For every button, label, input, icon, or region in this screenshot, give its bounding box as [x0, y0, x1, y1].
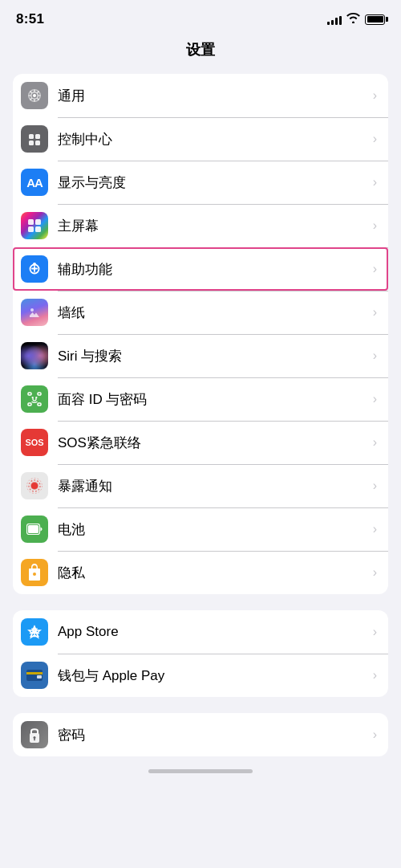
- control-center-chevron: ›: [373, 132, 377, 146]
- home-screen-icon: [21, 212, 48, 239]
- settings-item-general[interactable]: 通用 ›: [13, 74, 388, 117]
- svg-rect-8: [35, 226, 41, 232]
- accessibility-label: 辅助功能: [58, 260, 367, 279]
- privacy-icon: [21, 559, 48, 586]
- settings-content: 通用 › 控制中心 › AA 显示与亮度 ›: [0, 71, 401, 756]
- svg-rect-15: [38, 393, 41, 395]
- exposure-chevron: ›: [373, 479, 377, 493]
- general-icon: [21, 82, 48, 109]
- battery-chevron: ›: [373, 522, 377, 536]
- siri-label: Siri 与搜索: [58, 347, 367, 365]
- faceid-chevron: ›: [373, 392, 377, 406]
- svg-rect-27: [26, 672, 43, 674]
- display-icon: AA: [21, 169, 48, 196]
- wallet-icon: [21, 662, 48, 689]
- settings-item-exposure[interactable]: 暴露通知 ›: [13, 464, 388, 507]
- general-label: 通用: [58, 87, 367, 105]
- svg-rect-31: [34, 739, 35, 741]
- status-time: 8:51: [16, 11, 44, 27]
- appstore-icon: [21, 618, 48, 646]
- passwords-chevron: ›: [373, 727, 377, 742]
- passwords-icon: [21, 721, 48, 748]
- sos-icon: SOS: [21, 429, 48, 456]
- settings-item-sos[interactable]: SOS SOS紧急联络 ›: [13, 421, 388, 464]
- sos-label: SOS紧急联络: [58, 434, 367, 452]
- control-center-icon: [21, 125, 48, 153]
- accessibility-chevron: ›: [373, 262, 377, 276]
- wallpaper-icon: [21, 299, 48, 326]
- general-chevron: ›: [373, 88, 377, 103]
- appstore-chevron: ›: [373, 625, 377, 639]
- passwords-label: 密码: [58, 726, 367, 744]
- wallpaper-label: 墙纸: [58, 304, 367, 322]
- svg-rect-3: [29, 141, 34, 145]
- settings-item-passwords[interactable]: 密码 ›: [13, 713, 388, 756]
- battery-label: 电池: [58, 520, 367, 539]
- wallet-label: 钱包与 Apple Pay: [58, 666, 367, 685]
- appstore-label: App Store: [58, 624, 367, 640]
- svg-rect-1: [29, 134, 34, 139]
- svg-rect-6: [35, 219, 41, 225]
- svg-rect-7: [28, 226, 34, 232]
- svg-point-18: [32, 397, 34, 398]
- settings-item-siri[interactable]: Siri 与搜索 ›: [13, 334, 388, 377]
- settings-item-appstore[interactable]: App Store ›: [13, 610, 388, 654]
- svg-rect-28: [37, 675, 42, 679]
- accessibility-icon: [21, 255, 48, 283]
- svg-rect-25: [28, 525, 38, 533]
- display-chevron: ›: [373, 175, 377, 189]
- faceid-label: 面容 ID 与密码: [58, 390, 367, 409]
- wallpaper-chevron: ›: [373, 305, 377, 320]
- svg-point-0: [33, 94, 36, 97]
- wifi-icon: [346, 13, 360, 26]
- home-screen-chevron: ›: [373, 218, 377, 233]
- svg-rect-14: [28, 393, 31, 395]
- settings-item-wallpaper[interactable]: 墙纸 ›: [13, 291, 388, 334]
- faceid-icon: [21, 385, 48, 413]
- exposure-icon: [21, 472, 48, 499]
- settings-group-passwords: 密码 ›: [13, 713, 388, 756]
- battery-status-icon: [365, 14, 385, 25]
- settings-item-privacy[interactable]: 隐私 ›: [13, 551, 388, 594]
- home-indicator: [0, 756, 401, 776]
- control-center-label: 控制中心: [58, 130, 367, 149]
- settings-item-accessibility[interactable]: 辅助功能 ›: [13, 247, 388, 291]
- settings-group-apps: App Store › 钱包与 Apple Pay ›: [13, 610, 388, 697]
- svg-rect-17: [38, 403, 41, 405]
- page-title: 设置: [0, 34, 401, 71]
- settings-item-wallet[interactable]: 钱包与 Apple Pay ›: [13, 654, 388, 697]
- svg-point-13: [30, 308, 34, 312]
- home-bar: [148, 769, 253, 773]
- svg-rect-2: [35, 134, 40, 139]
- status-icons: [327, 13, 385, 26]
- battery-icon: [21, 516, 48, 543]
- settings-group-main: 通用 › 控制中心 › AA 显示与亮度 ›: [13, 74, 388, 594]
- settings-item-home-screen[interactable]: 主屏幕 ›: [13, 204, 388, 247]
- settings-item-battery[interactable]: 电池 ›: [13, 507, 388, 551]
- privacy-chevron: ›: [373, 565, 377, 580]
- svg-point-19: [36, 397, 38, 398]
- status-bar: 8:51: [0, 0, 401, 34]
- svg-rect-16: [28, 403, 31, 405]
- settings-item-control-center[interactable]: 控制中心 ›: [13, 117, 388, 161]
- settings-item-display[interactable]: AA 显示与亮度 ›: [13, 161, 388, 204]
- exposure-label: 暴露通知: [58, 477, 367, 495]
- svg-rect-5: [28, 219, 34, 225]
- siri-icon: [21, 342, 48, 369]
- sos-chevron: ›: [373, 435, 377, 450]
- wallet-chevron: ›: [373, 668, 377, 683]
- signal-icon: [327, 14, 342, 25]
- display-label: 显示与亮度: [58, 173, 367, 192]
- siri-chevron: ›: [373, 348, 377, 363]
- privacy-label: 隐私: [58, 564, 367, 582]
- svg-rect-4: [35, 141, 40, 145]
- settings-item-faceid[interactable]: 面容 ID 与密码 ›: [13, 377, 388, 421]
- home-screen-label: 主屏幕: [58, 217, 367, 235]
